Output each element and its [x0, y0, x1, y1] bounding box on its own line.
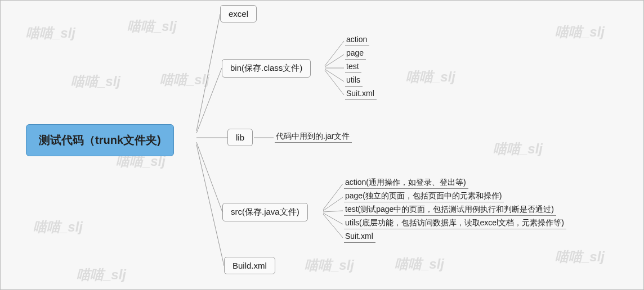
- branch-build[interactable]: Build.xml: [224, 257, 275, 274]
- root-node[interactable]: 测试代码（trunk文件夹): [26, 124, 174, 156]
- watermark: 喵喵_slj: [77, 266, 126, 284]
- watermark: 喵喵_slj: [71, 72, 120, 90]
- leaf-bin-page[interactable]: page: [345, 48, 366, 60]
- svg-line-4: [196, 144, 224, 266]
- watermark: 喵喵_slj: [406, 68, 455, 86]
- watermark: 喵喵_slj: [395, 255, 444, 273]
- leaf-bin-utils[interactable]: utils: [345, 75, 363, 87]
- svg-line-8: [325, 69, 344, 81]
- leaf-bin-suit[interactable]: Suit.xml: [345, 88, 377, 100]
- leaf-bin-action[interactable]: action: [345, 34, 369, 46]
- leaf-bin-test[interactable]: test: [345, 61, 361, 73]
- svg-line-3: [196, 142, 222, 212]
- branch-excel[interactable]: excel: [220, 5, 257, 22]
- leaf-lib-desc[interactable]: 代码中用到的.jar文件: [275, 131, 352, 143]
- leaf-src-action[interactable]: action(通用操作，如登录、登出等): [344, 177, 468, 189]
- leaf-src-test[interactable]: test(测试page中的页面，包括测试用例执行和判断是否通过): [344, 204, 556, 216]
- svg-line-1: [196, 68, 222, 133]
- svg-line-11: [323, 184, 343, 210]
- svg-line-9: [325, 70, 344, 95]
- svg-line-14: [323, 213, 343, 224]
- svg-line-0: [196, 14, 220, 131]
- watermark: 喵喵_slj: [127, 17, 177, 35]
- svg-line-12: [323, 197, 343, 211]
- watermark: 喵喵_slj: [33, 218, 83, 236]
- svg-line-13: [323, 211, 343, 212]
- watermark: 喵喵_slj: [493, 140, 543, 158]
- svg-line-5: [325, 41, 344, 66]
- watermark: 喵喵_slj: [305, 256, 354, 274]
- branch-src[interactable]: src(保存.java文件): [222, 203, 308, 221]
- branch-lib[interactable]: lib: [227, 129, 253, 146]
- watermark: 喵喵_slj: [555, 23, 605, 41]
- watermark: 喵喵_slj: [555, 248, 605, 266]
- leaf-src-suit[interactable]: Suit.xml: [344, 231, 375, 243]
- leaf-src-utils[interactable]: utils(底层功能，包括访问数据库，读取excel文档，元素操作等): [344, 218, 566, 229]
- watermark: 喵喵_slj: [160, 71, 209, 89]
- branch-bin[interactable]: bin(保存.class文件): [222, 59, 311, 78]
- svg-line-6: [325, 55, 344, 67]
- leaf-src-page[interactable]: page(独立的页面，包括页面中的元素和操作): [344, 191, 504, 202]
- watermark: 喵喵_slj: [26, 24, 75, 42]
- svg-line-15: [323, 214, 343, 238]
